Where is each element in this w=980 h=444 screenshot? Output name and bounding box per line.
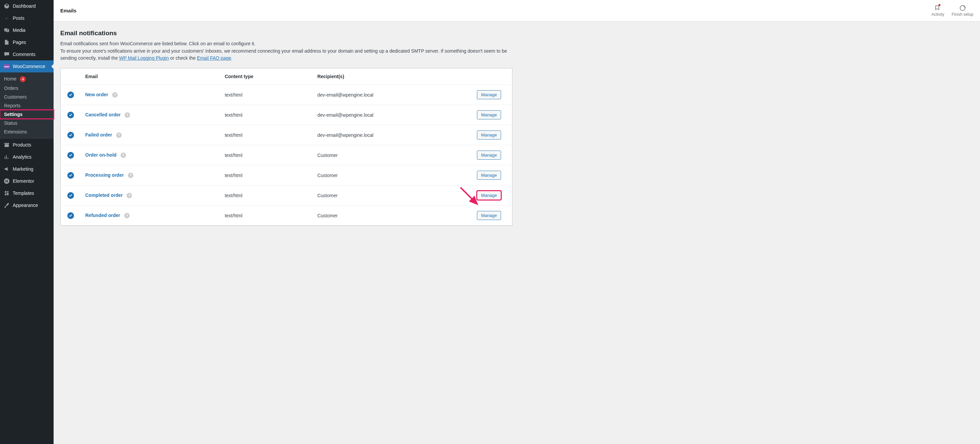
sidebar-item-products[interactable]: Products [0,139,54,151]
email-name-cell: New order ? [81,85,220,105]
submenu-item-reports[interactable]: Reports [0,101,54,110]
manage-button[interactable]: Manage [477,211,501,220]
notification-dot [939,4,940,6]
email-name-link[interactable]: Completed order [85,193,123,198]
email-notifications-table: Email Content type Recipient(s) New orde… [60,68,512,226]
help-icon[interactable]: ? [128,173,133,178]
comment-icon [3,51,10,57]
actions-cell: Manage [472,145,512,165]
sidebar-item-appearance[interactable]: Appearance [0,199,54,211]
wp-mail-logging-link[interactable]: WP Mail Logging Plugin [119,55,169,61]
help-icon[interactable]: ? [121,153,126,158]
sidebar-item-posts[interactable]: Posts [0,12,54,24]
help-icon[interactable]: ? [124,213,130,218]
col-actions [472,69,512,85]
submenu-item-home[interactable]: Home 4 [0,75,54,84]
submenu-label: Orders [4,86,18,91]
recipients-cell: dev-email@wpengine.local [312,125,472,145]
sidebar-item-comments[interactable]: Comments [0,48,54,61]
submenu-label: Home [4,76,16,81]
section-heading: Email notifications [60,29,973,37]
sidebar-item-templates[interactable]: Templates [0,187,54,199]
manage-button[interactable]: Manage [477,131,501,139]
sidebar-label: Comments [13,52,35,57]
manage-button[interactable]: Manage [477,90,501,99]
update-count-badge: 4 [20,76,26,82]
submenu-item-settings[interactable]: Settings [0,110,54,119]
sidebar-item-pages[interactable]: Pages [0,36,54,48]
sidebar-item-analytics[interactable]: Analytics [0,151,54,163]
status-cell [60,185,81,206]
activity-button[interactable]: Activity [931,5,944,17]
archive-icon [3,142,10,148]
content: Email notifications Email notifications … [54,21,980,239]
sidebar-label: Posts [13,16,24,21]
finish-setup-button[interactable]: Finish setup [951,5,973,17]
inbox-icon [934,5,941,11]
enabled-status-icon [67,192,74,199]
col-recipients: Recipient(s) [312,69,472,85]
email-name-link[interactable]: Order on-hold [85,152,116,158]
dashboard-icon [3,3,10,10]
content-type-cell: text/html [220,165,312,185]
content-type-cell: text/html [220,206,312,226]
table-row: Failed order ? text/html dev-email@wpeng… [60,125,512,145]
recipients-cell: dev-email@wpengine.local [312,85,472,105]
email-name-cell: Processing order ? [81,165,220,185]
help-icon[interactable]: ? [116,133,122,138]
manage-button[interactable]: Manage [477,150,501,160]
desc-text: Email notifications sent from WooCommerc… [60,41,256,46]
sidebar-label: Media [13,27,25,33]
email-name-link[interactable]: Processing order [85,172,124,178]
content-type-cell: text/html [220,85,312,105]
enabled-status-icon [67,132,74,139]
manage-button[interactable]: Manage [477,191,501,200]
status-cell [60,145,81,165]
email-name-link[interactable]: Refunded order [85,212,120,218]
help-icon[interactable]: ? [125,112,130,118]
sidebar-label: Marketing [13,166,33,172]
email-name-cell: Completed order ? [81,185,220,206]
table-row: Order on-hold ? text/html Customer Manag… [60,145,512,165]
elementor-icon [3,178,10,184]
email-name-cell: Refunded order ? [81,206,220,226]
sidebar-item-marketing[interactable]: Marketing [0,163,54,175]
recipients-cell: dev-email@wpengine.local [312,105,472,125]
media-icon [3,27,10,34]
svg-rect-3 [7,181,8,181]
email-name-link[interactable]: New order [85,92,108,97]
header-actions: Activity Finish setup [931,5,973,17]
sidebar-label: Elementor [13,179,34,184]
table-row: Cancelled order ? text/html dev-email@wp… [60,105,512,125]
help-icon[interactable]: ? [127,193,132,198]
desc-text: . [231,55,232,61]
templates-icon [3,190,10,196]
sidebar-item-dashboard[interactable]: Dashboard [0,0,54,12]
sidebar-label: WooCommerce [13,64,45,69]
content-type-cell: text/html [220,125,312,145]
email-name-link[interactable]: Cancelled order [85,112,121,117]
submenu-item-customers[interactable]: Customers [0,93,54,101]
megaphone-icon [3,166,10,172]
submenu-item-status[interactable]: Status [0,119,54,128]
main-area: Emails Activity Finish setup Email notif… [54,0,980,444]
email-name-cell: Failed order ? [81,125,220,145]
finish-setup-label: Finish setup [951,12,973,17]
email-name-link[interactable]: Failed order [85,132,112,137]
submenu-item-orders[interactable]: Orders [0,84,54,93]
sidebar-item-woocommerce[interactable]: woo WooCommerce [0,61,54,72]
manage-button[interactable]: Manage [477,171,501,180]
sidebar-item-elementor[interactable]: Elementor [0,175,54,187]
recipients-cell: Customer [312,206,472,226]
section-description: Email notifications sent from WooCommerc… [60,40,509,62]
help-icon[interactable]: ? [112,92,118,97]
woo-icon: woo [3,63,10,70]
sidebar-item-media[interactable]: Media [0,24,54,36]
sidebar-label: Templates [13,190,34,196]
email-faq-link[interactable]: Email FAQ page [197,55,231,61]
col-content-type: Content type [220,69,312,85]
submenu-label: Customers [4,94,27,100]
manage-button[interactable]: Manage [477,110,501,120]
submenu-item-extensions[interactable]: Extensions [0,128,54,136]
pin-icon [3,15,10,21]
